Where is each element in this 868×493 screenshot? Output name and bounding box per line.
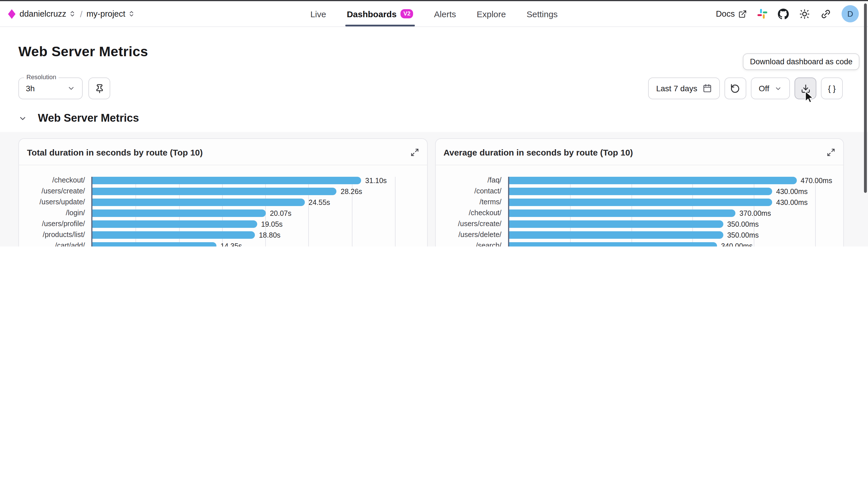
- user-avatar[interactable]: D: [842, 5, 859, 22]
- bar-value-label: 350.00ms: [727, 231, 759, 239]
- bar: 19.05s: [92, 220, 257, 228]
- refresh-button[interactable]: [724, 78, 746, 99]
- resolution-select[interactable]: Resolution 3h: [18, 78, 83, 99]
- bar-category-label: /checkout/: [26, 177, 85, 184]
- top-navigation: ddanielcruzz / my-project Live Dashboard…: [0, 1, 868, 27]
- download-tooltip: Download dashboard as code: [743, 53, 860, 70]
- expand-panel-icon[interactable]: [410, 148, 419, 157]
- mouse-cursor: [803, 91, 815, 104]
- expand-panel-icon[interactable]: [827, 148, 835, 157]
- bar-chart: /faq//contact//terms//checkout//users/cr…: [442, 177, 837, 246]
- braces-icon: { }: [828, 84, 836, 93]
- bar-chart-total-duration: /checkout//users/create//users/update//l…: [19, 165, 427, 246]
- bar-category-label: /products/list/: [26, 231, 85, 239]
- bar-category-label: /users/create/: [442, 220, 502, 228]
- bar: 340.00ms: [509, 242, 717, 246]
- bar-row: 31.10s: [92, 177, 420, 184]
- bar-value-label: 20.07s: [270, 209, 291, 217]
- docs-link[interactable]: Docs: [716, 9, 747, 18]
- bar-row: 20.07s: [92, 210, 420, 217]
- refresh-icon: [730, 84, 740, 93]
- org-selector[interactable]: ddanielcruzz: [20, 9, 76, 18]
- bar-category-label: /contact/: [442, 188, 502, 195]
- dashboard-code-button[interactable]: { }: [821, 78, 843, 99]
- project-name: my-project: [86, 9, 125, 18]
- bar-category-label: /users/update/: [26, 198, 85, 206]
- bar: 350.00ms: [509, 231, 723, 239]
- bar: 31.10s: [92, 177, 361, 184]
- bar-row: 28.26s: [92, 188, 420, 195]
- panel-header: Total duration in seconds by route (Top …: [19, 139, 427, 165]
- bar-plot-area: 31.10s28.26s24.55s20.07s19.05s18.80s14.3…: [91, 177, 420, 246]
- chevron-down-icon: [67, 84, 75, 92]
- theme-sun-icon[interactable]: [799, 8, 810, 19]
- github-icon[interactable]: [778, 8, 789, 19]
- bar-chart: /checkout//users/create//users/update//l…: [26, 177, 420, 246]
- resolution-label: Resolution: [24, 73, 59, 80]
- collapse-chevron-icon[interactable]: [18, 114, 27, 123]
- project-selector[interactable]: my-project: [86, 9, 135, 18]
- chevron-down-icon: [775, 85, 782, 92]
- pin-icon: [94, 84, 104, 93]
- bar-value-label: 24.55s: [309, 198, 330, 206]
- tab-alerts[interactable]: Alerts: [434, 1, 456, 26]
- bar-row: 18.80s: [92, 231, 420, 239]
- section-title: Web Server Metrics: [38, 112, 139, 125]
- bar: 18.80s: [92, 231, 255, 239]
- bar-value-label: 340.00ms: [721, 242, 753, 246]
- bar-value-label: 370.00ms: [739, 209, 771, 217]
- tab-settings[interactable]: Settings: [526, 1, 557, 26]
- slack-icon[interactable]: [757, 8, 767, 19]
- breadcrumb: ddanielcruzz / my-project: [8, 9, 135, 19]
- bar-row: 340.00ms: [509, 242, 837, 246]
- auto-refresh-select[interactable]: Off: [750, 78, 790, 99]
- bar: 350.00ms: [509, 220, 723, 228]
- bar-row: 350.00ms: [509, 220, 837, 228]
- bar-category-label: /terms/: [442, 198, 502, 206]
- bar-value-label: 350.00ms: [727, 220, 759, 228]
- bar-category-label: /search/: [442, 242, 502, 246]
- page-scrollbar-thumb[interactable]: [864, 3, 867, 193]
- page-title: Web Server Metrics: [18, 44, 868, 60]
- bar-value-label: 14.35s: [220, 242, 242, 246]
- resolution-value: 3h: [26, 84, 35, 93]
- chevrons-up-down-icon: [69, 10, 76, 17]
- bar-plot-area: 470.00ms430.00ms430.00ms370.00ms350.00ms…: [508, 177, 837, 246]
- bar-value-label: 18.80s: [259, 231, 280, 239]
- panel-title: Total duration in seconds by route (Top …: [27, 148, 203, 157]
- org-name: ddanielcruzz: [20, 9, 66, 18]
- bar-value-label: 28.26s: [341, 187, 362, 195]
- bar-value-label: 430.00ms: [776, 187, 808, 195]
- bar-category-label: /checkout/: [442, 210, 502, 217]
- bar-category-label: /users/profile/: [26, 220, 85, 228]
- panel-header: Average duration in seconds by route (To…: [436, 139, 843, 165]
- bar-row: 19.05s: [92, 220, 420, 228]
- panel-title: Average duration in seconds by route (To…: [443, 148, 633, 157]
- bar: 14.35s: [92, 242, 216, 246]
- share-link-icon[interactable]: [820, 8, 831, 19]
- chevrons-up-down-icon: [128, 10, 135, 17]
- logo-diamond-icon: [8, 9, 16, 19]
- bar-chart-average-duration: /faq//contact//terms//checkout//users/cr…: [436, 165, 843, 246]
- tab-live[interactable]: Live: [310, 1, 326, 26]
- nav-right-actions: Docs D: [716, 5, 859, 22]
- tab-explore[interactable]: Explore: [477, 1, 506, 26]
- bar-row: 350.00ms: [509, 231, 837, 239]
- bar: 24.55s: [92, 198, 304, 206]
- calendar-icon: [702, 84, 712, 93]
- panel-total-duration-by-route: Total duration in seconds by route (Top …: [18, 138, 427, 246]
- bar-value-label: 430.00ms: [776, 198, 808, 206]
- v2-badge: V2: [401, 9, 413, 18]
- app-viewport: ddanielcruzz / my-project Live Dashboard…: [0, 0, 868, 246]
- tab-dashboards[interactable]: Dashboards V2: [347, 1, 413, 26]
- bar: 28.26s: [92, 188, 337, 195]
- bar-value-label: 19.05s: [261, 220, 283, 228]
- pin-dashboard-button[interactable]: [88, 78, 110, 99]
- bar: 470.00ms: [509, 177, 797, 184]
- bar-category-label: /users/create/: [26, 188, 85, 195]
- panel-average-duration-by-route: Average duration in seconds by route (To…: [435, 138, 844, 246]
- time-range-button[interactable]: Last 7 days: [648, 78, 720, 99]
- bar-value-label: 31.10s: [365, 176, 387, 185]
- section-header: Web Server Metrics: [0, 112, 868, 132]
- bar-category-label: /users/delete/: [442, 231, 502, 239]
